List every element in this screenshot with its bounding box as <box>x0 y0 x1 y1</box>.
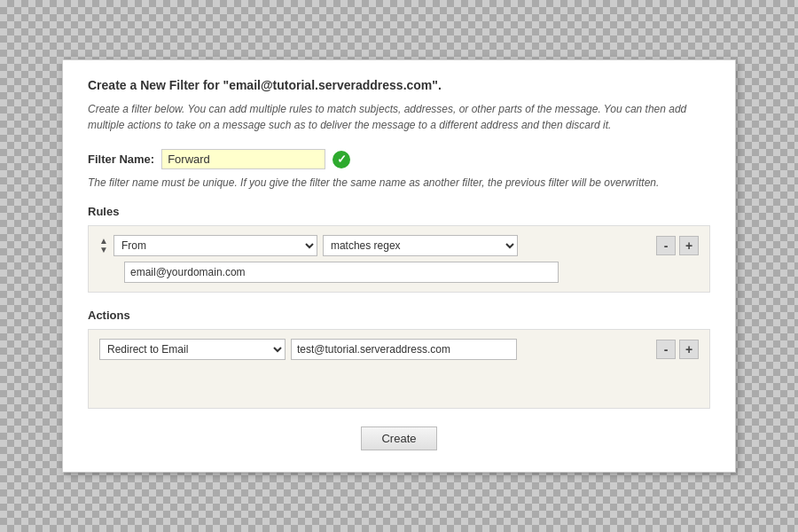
action-minus-button[interactable]: - <box>656 340 676 359</box>
rule-minus-plus: - + <box>656 236 699 255</box>
actions-box: Redirect to Email Deliver to Folder Disc… <box>88 329 710 409</box>
create-filter-dialog: Create a New Filter for "email@tutorial.… <box>62 59 736 473</box>
rule-plus-button[interactable]: + <box>679 236 699 255</box>
filter-name-label: Filter Name: <box>88 153 154 166</box>
rules-section-title: Rules <box>88 205 710 218</box>
check-icon <box>332 151 350 168</box>
filter-name-input[interactable] <box>161 149 325 169</box>
filter-name-row: Filter Name: <box>88 149 710 169</box>
rules-box: ▲ ▼ From To Subject Any Header Has Attac… <box>88 225 710 293</box>
action-row: Redirect to Email Deliver to Folder Disc… <box>99 339 699 360</box>
dialog-title: Create a New Filter for "email@tutorial.… <box>88 78 710 92</box>
actions-section-title: Actions <box>88 309 710 322</box>
action-minus-plus: - + <box>656 340 699 359</box>
rule-down-arrow[interactable]: ▼ <box>99 246 108 254</box>
action-value-input[interactable] <box>291 339 517 360</box>
rule-value-input[interactable] <box>124 262 559 283</box>
dialog-description: Create a filter below. You can add multi… <box>88 101 710 133</box>
rule-minus-button[interactable]: - <box>656 236 676 255</box>
create-row: Create <box>88 426 710 450</box>
rule-value-row <box>99 262 699 283</box>
action-plus-button[interactable]: + <box>679 340 699 359</box>
rule-condition-row: ▲ ▼ From To Subject Any Header Has Attac… <box>99 235 699 256</box>
rule-condition-select[interactable]: matches regex equals contains does not c… <box>323 235 518 256</box>
unique-note: The filter name must be unique. If you g… <box>88 176 710 189</box>
rule-arrows: ▲ ▼ <box>99 237 108 254</box>
rule-field-select[interactable]: From To Subject Any Header Has Attachmen… <box>113 235 317 256</box>
action-type-select[interactable]: Redirect to Email Deliver to Folder Disc… <box>99 339 286 360</box>
create-button[interactable]: Create <box>361 426 436 450</box>
